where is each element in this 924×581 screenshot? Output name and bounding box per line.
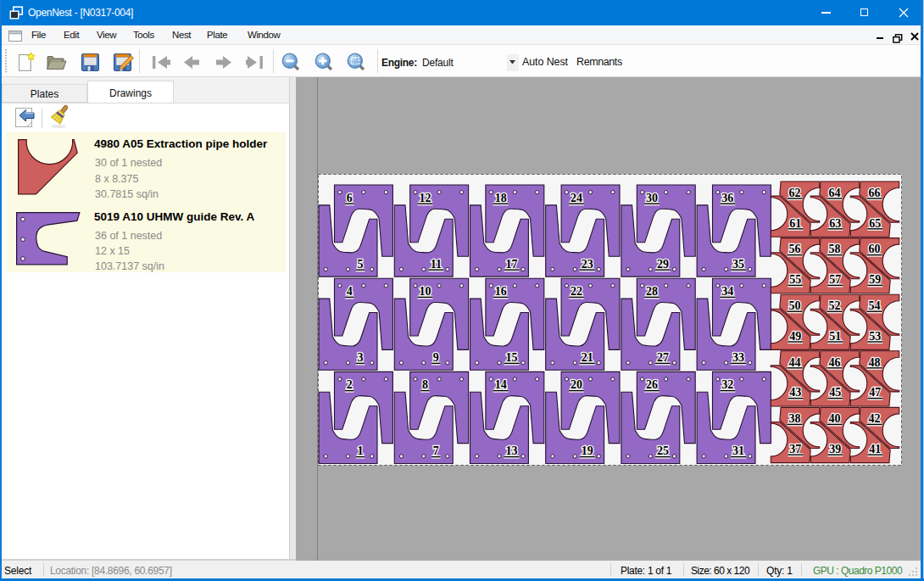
svg-text:28: 28	[646, 285, 658, 298]
svg-text:24: 24	[571, 192, 582, 204]
svg-text:50: 50	[789, 299, 801, 312]
svg-text:17: 17	[506, 258, 518, 271]
svg-text:25: 25	[657, 444, 669, 457]
svg-text:37: 37	[789, 443, 801, 455]
svg-text:61: 61	[789, 217, 801, 230]
svg-text:3: 3	[358, 351, 364, 364]
svg-text:42: 42	[869, 412, 881, 425]
svg-text:39: 39	[829, 443, 841, 455]
svg-text:11: 11	[431, 258, 442, 271]
svg-text:12: 12	[420, 192, 431, 204]
svg-text:6: 6	[347, 192, 353, 204]
svg-text:33: 33	[732, 351, 744, 364]
svg-text:26: 26	[646, 378, 658, 391]
svg-text:46: 46	[829, 356, 841, 369]
svg-text:18: 18	[495, 192, 507, 204]
svg-text:16: 16	[495, 285, 507, 298]
svg-text:63: 63	[829, 217, 841, 230]
svg-text:2: 2	[347, 378, 353, 391]
svg-text:31: 31	[732, 444, 744, 457]
svg-text:58: 58	[829, 243, 841, 255]
svg-text:53: 53	[869, 330, 881, 343]
svg-text:52: 52	[829, 299, 841, 312]
svg-text:49: 49	[789, 330, 801, 343]
svg-text:15: 15	[506, 351, 518, 364]
svg-text:66: 66	[869, 187, 881, 199]
svg-text:34: 34	[721, 285, 733, 298]
svg-text:64: 64	[829, 187, 841, 199]
svg-text:65: 65	[869, 217, 881, 230]
svg-text:54: 54	[869, 299, 881, 312]
svg-text:35: 35	[732, 258, 744, 271]
svg-text:40: 40	[829, 412, 841, 425]
svg-text:30: 30	[646, 192, 658, 204]
svg-text:44: 44	[789, 356, 801, 369]
svg-text:5: 5	[358, 258, 364, 271]
svg-text:59: 59	[869, 273, 881, 286]
svg-text:43: 43	[789, 386, 801, 399]
svg-text:48: 48	[869, 356, 881, 369]
svg-text:14: 14	[495, 378, 507, 391]
svg-text:8: 8	[422, 378, 428, 391]
svg-text:60: 60	[869, 243, 881, 255]
svg-text:29: 29	[657, 258, 669, 271]
svg-text:55: 55	[789, 273, 801, 286]
svg-text:56: 56	[789, 243, 801, 255]
svg-text:57: 57	[829, 273, 841, 286]
svg-text:27: 27	[657, 351, 669, 364]
svg-text:4: 4	[347, 285, 353, 298]
svg-text:13: 13	[506, 444, 518, 457]
svg-text:21: 21	[582, 351, 593, 364]
svg-text:47: 47	[869, 386, 881, 399]
svg-text:22: 22	[571, 285, 582, 298]
svg-text:62: 62	[789, 187, 801, 199]
svg-text:19: 19	[582, 444, 593, 457]
svg-text:10: 10	[420, 285, 431, 298]
svg-text:1: 1	[358, 444, 364, 457]
svg-text:20: 20	[571, 378, 582, 391]
svg-text:32: 32	[721, 378, 733, 391]
svg-text:38: 38	[789, 412, 801, 425]
svg-text:9: 9	[433, 351, 439, 364]
svg-text:7: 7	[433, 444, 439, 457]
svg-text:45: 45	[829, 386, 841, 399]
svg-text:36: 36	[721, 192, 733, 204]
svg-text:41: 41	[869, 443, 881, 455]
svg-text:23: 23	[582, 258, 593, 271]
svg-text:51: 51	[829, 330, 841, 343]
